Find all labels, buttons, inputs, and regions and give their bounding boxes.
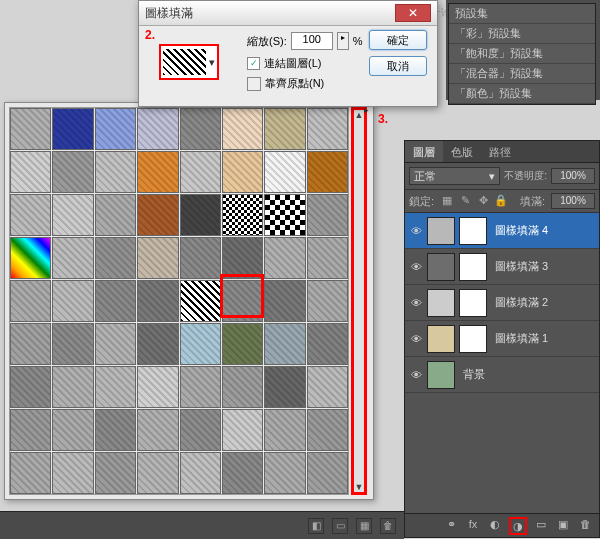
layer-row[interactable]: 👁圖樣填滿 3	[405, 249, 599, 285]
pattern-swatch[interactable]	[137, 366, 178, 408]
visibility-eye-icon[interactable]: 👁	[407, 225, 425, 237]
pattern-swatch[interactable]	[264, 237, 305, 279]
pattern-swatch[interactable]	[180, 194, 221, 236]
pattern-swatch[interactable]	[180, 452, 221, 494]
pattern-swatch[interactable]	[307, 237, 348, 279]
pattern-swatch[interactable]	[307, 194, 348, 236]
pattern-swatch[interactable]	[180, 323, 221, 365]
visibility-eye-icon[interactable]: 👁	[407, 333, 425, 345]
pattern-swatch[interactable]	[307, 323, 348, 365]
pattern-swatch[interactable]	[10, 151, 51, 193]
pattern-preview-dropdown[interactable]: ▾	[159, 44, 219, 80]
tab-channels[interactable]: 色版	[443, 141, 481, 162]
pattern-swatch[interactable]	[137, 108, 178, 150]
dialog-titlebar[interactable]: 圖樣填滿 ✕	[139, 1, 437, 26]
layer-row[interactable]: 👁圖樣填滿 2	[405, 285, 599, 321]
visibility-eye-icon[interactable]: 👁	[407, 369, 425, 381]
scale-stepper[interactable]: ▸	[337, 32, 349, 50]
pattern-swatch[interactable]	[95, 108, 136, 150]
scroll-up-icon[interactable]: ▲	[355, 110, 364, 120]
layer-name[interactable]: 圖樣填滿 3	[495, 259, 548, 274]
fill-value[interactable]: 100%	[551, 193, 595, 209]
pattern-swatch[interactable]	[52, 280, 93, 322]
group-icon[interactable]: ▭	[533, 518, 549, 534]
scroll-down-icon[interactable]: ▼	[355, 482, 364, 492]
layer-thumb[interactable]	[427, 289, 455, 317]
pattern-swatch[interactable]	[180, 237, 221, 279]
pattern-swatch[interactable]	[52, 237, 93, 279]
pattern-swatch[interactable]	[264, 194, 305, 236]
preset-item[interactable]: 預設集	[449, 4, 595, 24]
pattern-swatch[interactable]	[10, 194, 51, 236]
pattern-swatch[interactable]	[222, 366, 263, 408]
scale-input[interactable]: 100	[291, 32, 333, 50]
link-layers-icon[interactable]: ⚭	[443, 518, 459, 534]
link-layer-checkbox[interactable]: ✓	[247, 57, 260, 70]
pattern-swatch[interactable]	[10, 237, 51, 279]
layer-name[interactable]: 背景	[463, 367, 485, 382]
pattern-swatch[interactable]	[137, 323, 178, 365]
new-layer-icon[interactable]: ▣	[555, 518, 571, 534]
layer-thumb[interactable]	[427, 361, 455, 389]
pattern-swatch[interactable]	[10, 452, 51, 494]
layer-thumb[interactable]	[427, 325, 455, 353]
pattern-swatch[interactable]	[137, 409, 178, 451]
trash-icon[interactable]: 🗑	[380, 518, 396, 534]
pattern-swatch[interactable]	[222, 237, 263, 279]
preset-item[interactable]: 「混合器」預設集	[449, 64, 595, 84]
pattern-swatch[interactable]	[52, 452, 93, 494]
pattern-swatch[interactable]	[52, 366, 93, 408]
tab-paths[interactable]: 路徑	[481, 141, 519, 162]
pattern-swatch[interactable]	[95, 409, 136, 451]
layer-name[interactable]: 圖樣填滿 2	[495, 295, 548, 310]
layer-mask-thumb[interactable]	[459, 217, 487, 245]
layer-name[interactable]: 圖樣填滿 4	[495, 223, 548, 238]
lock-move-icon[interactable]: ✥	[476, 194, 490, 208]
preset-item[interactable]: 「飽和度」預設集	[449, 44, 595, 64]
pattern-swatch[interactable]	[264, 452, 305, 494]
pattern-swatch[interactable]	[180, 151, 221, 193]
pattern-swatch[interactable]	[264, 409, 305, 451]
pattern-swatch[interactable]	[95, 366, 136, 408]
layer-row[interactable]: 👁背景	[405, 357, 599, 393]
pattern-swatch[interactable]	[307, 280, 348, 322]
footer-icon[interactable]: ▭	[332, 518, 348, 534]
pattern-swatch[interactable]	[180, 108, 221, 150]
layer-mask-thumb[interactable]	[459, 253, 487, 281]
lock-all-icon[interactable]: 🔒	[494, 194, 508, 208]
pattern-swatch[interactable]	[264, 108, 305, 150]
footer-icon[interactable]: ▦	[356, 518, 372, 534]
layer-mask-thumb[interactable]	[459, 325, 487, 353]
lock-transparency-icon[interactable]: ▦	[440, 194, 454, 208]
pattern-swatch[interactable]	[137, 151, 178, 193]
pattern-swatch[interactable]	[52, 409, 93, 451]
pattern-swatch[interactable]	[222, 323, 263, 365]
pattern-swatch[interactable]	[95, 323, 136, 365]
pattern-swatch[interactable]	[10, 323, 51, 365]
layer-row[interactable]: 👁圖樣填滿 4	[405, 213, 599, 249]
pattern-swatch[interactable]	[307, 409, 348, 451]
blend-mode-select[interactable]: 正常▾	[409, 167, 500, 185]
pattern-swatch[interactable]	[222, 194, 263, 236]
pattern-swatch[interactable]	[264, 323, 305, 365]
pattern-swatch[interactable]	[95, 237, 136, 279]
pattern-swatch[interactable]	[137, 237, 178, 279]
footer-icon[interactable]: ◧	[308, 518, 324, 534]
pattern-swatch[interactable]	[180, 280, 221, 322]
mask-icon[interactable]: ◐	[487, 518, 503, 534]
pattern-swatch[interactable]	[307, 108, 348, 150]
pattern-swatch[interactable]	[222, 108, 263, 150]
opacity-value[interactable]: 100%	[551, 168, 595, 184]
pattern-swatch[interactable]	[137, 194, 178, 236]
close-button[interactable]: ✕	[395, 4, 431, 22]
pattern-swatch[interactable]	[10, 366, 51, 408]
pattern-swatch[interactable]	[222, 452, 263, 494]
pattern-swatch[interactable]	[264, 280, 305, 322]
tab-layers[interactable]: 圖層	[405, 141, 443, 162]
layer-row[interactable]: 👁圖樣填滿 1	[405, 321, 599, 357]
pattern-swatch[interactable]	[307, 151, 348, 193]
pattern-swatch[interactable]	[52, 323, 93, 365]
preset-item[interactable]: 「顏色」預設集	[449, 84, 595, 104]
pattern-scrollbar[interactable]: ▲ ▼	[351, 107, 367, 495]
pattern-swatch[interactable]	[137, 280, 178, 322]
